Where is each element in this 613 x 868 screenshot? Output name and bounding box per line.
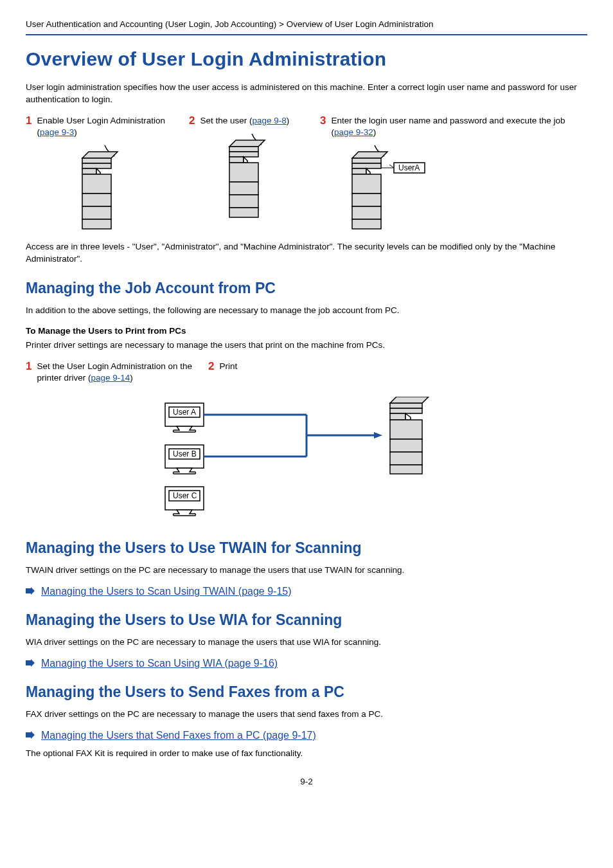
svg-text:User A: User A	[173, 408, 196, 417]
svg-rect-15	[352, 194, 381, 206]
device-icon-login: UserA	[339, 142, 587, 232]
svg-rect-1	[82, 163, 111, 168]
svg-rect-0	[82, 158, 111, 163]
arrow-icon	[26, 730, 35, 741]
svg-text:User C: User C	[173, 491, 197, 500]
section-heading-pc: Managing the Job Account from PC	[26, 280, 587, 297]
page-link[interactable]: page 9-32	[334, 127, 373, 137]
svg-marker-41	[26, 587, 35, 595]
arrow-icon	[26, 658, 35, 669]
svg-rect-36	[390, 408, 422, 413]
breadcrumb: User Authentication and Accounting (User…	[26, 19, 587, 35]
svg-rect-3	[82, 194, 111, 206]
step-number: 2	[208, 361, 214, 373]
pc-sub-bold: To Manage the Users to Print from PCs	[26, 326, 587, 336]
twain-link[interactable]: Managing the Users to Scan Using TWAIN (…	[41, 586, 292, 597]
svg-marker-34	[374, 432, 382, 439]
pc-sub-para: Printer driver settings are necessary to…	[26, 339, 587, 352]
section-heading-twain: Managing the Users to Use TWAIN for Scan…	[26, 539, 587, 557]
svg-rect-6	[229, 147, 258, 152]
page-number: 9-2	[26, 777, 587, 786]
step-number: 1	[26, 115, 31, 127]
svg-rect-11	[229, 208, 258, 217]
svg-rect-40	[390, 465, 422, 474]
twain-para: TWAIN driver settings on the PC are nece…	[26, 565, 587, 577]
step-number: 3	[320, 115, 326, 127]
svg-rect-7	[229, 152, 258, 157]
step-text: Enter the login user name and password a…	[331, 115, 587, 138]
fax-link[interactable]: Managing the Users that Send Faxes from …	[41, 730, 316, 741]
wia-link[interactable]: Managing the Users to Scan Using WIA (pa…	[41, 658, 278, 669]
svg-rect-4	[82, 206, 111, 219]
svg-rect-5	[82, 219, 111, 229]
svg-rect-35	[390, 403, 422, 408]
step-text: Set the User Login Administration on the…	[37, 361, 193, 384]
svg-rect-10	[229, 195, 258, 208]
page-link[interactable]: page 9-14	[91, 373, 130, 383]
step-number: 2	[189, 115, 195, 127]
page-link[interactable]: page 9-3	[40, 127, 74, 137]
step-number: 1	[26, 361, 31, 373]
intro-paragraph: User login administration specifies how …	[26, 82, 587, 106]
svg-line-19	[389, 165, 394, 168]
svg-rect-13	[352, 163, 381, 168]
access-levels-paragraph: Access are in three levels - "User", "Ad…	[26, 241, 587, 266]
svg-rect-17	[352, 219, 381, 229]
print-diagram: User A User B User C	[26, 397, 587, 525]
svg-rect-16	[352, 206, 381, 219]
page-title: Overview of User Login Administration	[26, 48, 587, 70]
pc-intro: In addition to the above settings, the f…	[26, 305, 587, 317]
svg-marker-43	[26, 731, 35, 739]
steps-row-pc: 1 Set the User Login Administration on t…	[26, 361, 587, 388]
wia-para: WIA driver settings on the PC are necess…	[26, 637, 587, 649]
svg-rect-38	[390, 439, 422, 452]
steps-row-top: 1 Enable User Login Administration (page…	[26, 115, 587, 232]
fax-note: The optional FAX Kit is required in orde…	[26, 748, 587, 760]
svg-marker-42	[26, 659, 35, 667]
svg-rect-37	[390, 420, 422, 439]
svg-text:User B: User B	[173, 449, 197, 458]
step-text: Print	[219, 361, 237, 372]
svg-rect-14	[352, 174, 381, 194]
svg-rect-39	[390, 452, 422, 465]
svg-rect-8	[229, 163, 258, 182]
step-text: Set the user (page 9-8)	[200, 115, 289, 127]
svg-rect-12	[352, 158, 381, 163]
user-label: UserA	[398, 163, 420, 172]
arrow-icon	[26, 586, 35, 597]
fax-para: FAX driver settings on the PC are necess…	[26, 709, 587, 721]
section-heading-wia: Managing the Users to Use WIA for Scanni…	[26, 611, 587, 629]
device-icon	[26, 142, 173, 232]
step-text: Enable User Login Administration (page 9…	[37, 115, 173, 138]
device-icon	[189, 131, 305, 221]
page-link[interactable]: page 9-8	[253, 116, 287, 125]
section-heading-fax: Managing the Users to Send Faxes from a …	[26, 683, 587, 701]
svg-rect-2	[82, 174, 111, 194]
svg-rect-9	[229, 182, 258, 195]
